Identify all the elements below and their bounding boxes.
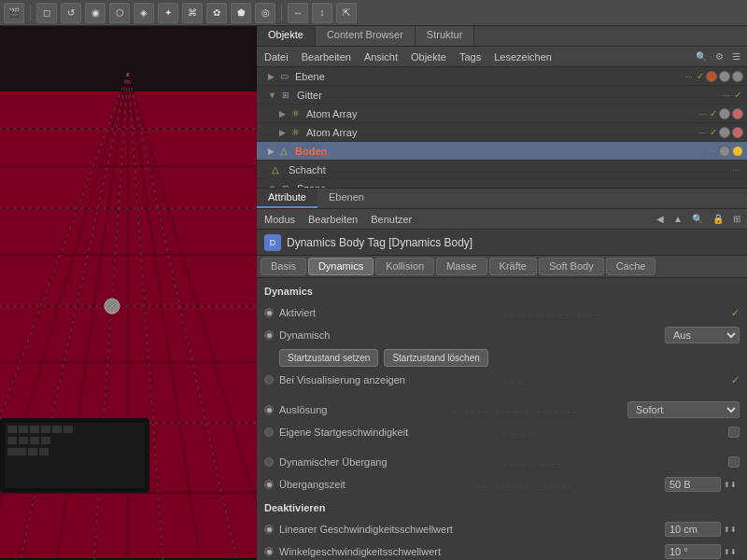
tab-objekte[interactable]: Objekte [257, 26, 316, 46]
radio-startgeschw[interactable] [264, 427, 274, 437]
radio-uebergang[interactable] [264, 457, 274, 467]
prop-ausloesung: Auslösung . . . . . . . . . . . . . . . … [264, 399, 740, 420]
cmd-icon[interactable]: ⌘ [182, 3, 203, 23]
cube-icon[interactable]: ◻ [36, 3, 57, 23]
menu-tags[interactable]: Tags [456, 49, 485, 64]
menu-datei[interactable]: Datei [261, 49, 292, 64]
radio-dynamisch[interactable] [264, 330, 274, 340]
arrow-boden: ▶ [268, 147, 275, 156]
flower-icon[interactable]: ✿ [206, 3, 227, 23]
separator2 [281, 5, 282, 21]
obj-row-atom2[interactable]: ▶ ⚛ Atom Array ··· ✓ [257, 123, 747, 142]
tab-kraefte[interactable]: Kräfte [489, 258, 537, 275]
circle-icon[interactable]: ◉ [85, 3, 106, 23]
tab-basis[interactable]: Basis [261, 258, 306, 275]
config1-icon[interactable]: ⚙ [712, 50, 726, 63]
dots-ausloesung: . . . . . . . . . . . . . . . . . . . . … [454, 406, 628, 414]
hex-icon[interactable]: ⬡ [109, 3, 130, 23]
3d-viewport[interactable] [0, 26, 257, 560]
stepper-uebergangszeit[interactable]: ⬆⬇ [721, 480, 740, 490]
radio-visualisierung[interactable] [264, 375, 274, 385]
btn-startzustand-setzen[interactable]: Startzustand setzen [279, 349, 378, 367]
dots-atom1: ··· [698, 109, 706, 119]
tab-ebenen[interactable]: Ebenen [317, 189, 375, 208]
input-winkel[interactable] [665, 544, 721, 559]
tab-dynamics[interactable]: Dynamics [308, 258, 374, 275]
radio-linearer[interactable] [264, 525, 274, 534]
arrow-ebene: ▶ [268, 72, 275, 81]
radio-aktiviert[interactable] [264, 308, 274, 317]
radio-ausloesung[interactable] [264, 405, 274, 414]
mat3 [732, 71, 743, 82]
target-icon[interactable]: ◎ [255, 3, 275, 23]
tab-masse[interactable]: Masse [436, 258, 486, 275]
radio-uebergangszeit[interactable] [264, 480, 274, 489]
config2-icon[interactable]: ☰ [729, 50, 743, 63]
obj-row-boden[interactable]: ▶ △ Boden ··· [257, 142, 747, 161]
search-icon[interactable]: 🔍 [693, 50, 710, 63]
dropdown-dynamisch[interactable]: Aus Ein [665, 327, 740, 343]
dots-schacht: ··· [732, 165, 740, 175]
menu-objekte[interactable]: Objekte [407, 49, 450, 64]
prop-winkel: Winkelgeschwindigkeitsschwellwert ⬆⬇ [264, 541, 740, 560]
icon-ebene: ▭ [276, 69, 291, 84]
object-list[interactable]: ▶ ▭ Ebene ··· ✓ ▼ ⊞ Gitter ··· ✓ [257, 67, 747, 189]
shape-icon[interactable]: ⬟ [231, 3, 251, 23]
tab-kollision[interactable]: Kollision [375, 258, 434, 275]
obj-row-ebene[interactable]: ▶ ▭ Ebene ··· ✓ [257, 67, 747, 86]
film-icon[interactable]: 🎬 [4, 3, 24, 23]
attr-menu-benutzer[interactable]: Benutzer [367, 212, 416, 227]
search2-icon[interactable]: 🔍 [689, 213, 706, 225]
obj-row-szene[interactable]: ▼ ⊞ Szene ··· [257, 179, 747, 189]
menu-lesezeichen[interactable]: Lesezeichen [490, 49, 556, 64]
dynamics-tabs: Basis Dynamics Kollision Masse Kräfte So… [257, 256, 747, 278]
nav3-icon[interactable]: ⇱ [336, 3, 357, 23]
forward-icon[interactable]: ▲ [670, 213, 685, 225]
label-aktiviert: Aktiviert [279, 307, 505, 318]
dynamics-section-title: Dynamics [264, 286, 740, 297]
tab-struktur[interactable]: Struktur [416, 26, 475, 46]
rotate-icon[interactable]: ↺ [61, 3, 81, 23]
name-boden: Boden [295, 146, 708, 157]
tag-header: D Dynamics Body Tag [Dynamics Body] [257, 230, 747, 256]
main-layout: Objekte Content Browser Struktur Datei B… [0, 26, 747, 560]
input-uebergangszeit[interactable] [665, 477, 721, 492]
expand-icon[interactable]: ⊞ [730, 213, 743, 225]
nav1-icon[interactable]: ↔ [288, 3, 308, 23]
back-icon[interactable]: ◀ [654, 213, 667, 225]
tab-content-browser[interactable]: Content Browser [316, 26, 416, 46]
menu-ansicht[interactable]: Ansicht [360, 49, 402, 64]
radio-winkel[interactable] [264, 547, 274, 556]
dropdown-ausloesung[interactable]: Sofort Kollision [627, 401, 740, 418]
lock-icon[interactable]: 🔒 [710, 213, 726, 225]
input-linearer[interactable] [665, 522, 721, 537]
viewport-svg [0, 26, 257, 560]
btn-startzustand-loeschen[interactable]: Startzustand löschen [384, 349, 487, 367]
check-uebergang[interactable] [728, 456, 740, 468]
attr-menu-bearbeiten[interactable]: Bearbeiten [304, 212, 361, 227]
tab-cache[interactable]: Cache [606, 258, 656, 275]
icon-schacht: △ [268, 162, 283, 177]
deaktivieren-section: Deaktivieren Linearer Geschwindigkeitssc… [264, 502, 740, 560]
svg-rect-43 [39, 448, 49, 455]
tab-soft-body[interactable]: Soft Body [539, 258, 604, 275]
check-startgeschw[interactable] [728, 427, 740, 438]
menu-bearbeiten[interactable]: Bearbeiten [298, 49, 355, 64]
obj-row-gitter[interactable]: ▼ ⊞ Gitter ··· ✓ [257, 86, 747, 105]
name-atom1: Atom Array [306, 108, 698, 119]
diamond-icon[interactable]: ◈ [134, 3, 154, 23]
obj-row-schacht[interactable]: △ Schacht ··· [257, 161, 747, 179]
svg-rect-34 [41, 426, 50, 433]
tab-attribute[interactable]: Attribute [257, 189, 317, 208]
stepper-linearer[interactable]: ⬆⬇ [721, 525, 740, 535]
dynamics-content: Dynamics Aktiviert . . . . . . . . . . .… [257, 278, 747, 560]
svg-rect-38 [19, 437, 28, 444]
nav2-icon[interactable]: ↕ [312, 3, 332, 23]
object-manager-tabs: Objekte Content Browser Struktur [257, 26, 747, 47]
label-linearer: Linearer Geschwindigkeitsschwellwert [279, 524, 629, 535]
svg-rect-32 [19, 426, 28, 433]
stepper-winkel[interactable]: ⬆⬇ [721, 547, 740, 557]
star-icon[interactable]: ✦ [158, 3, 178, 23]
obj-row-atom1[interactable]: ▶ ⚛ Atom Array ··· ✓ [257, 105, 747, 123]
attr-menu-modus[interactable]: Modus [261, 212, 299, 227]
